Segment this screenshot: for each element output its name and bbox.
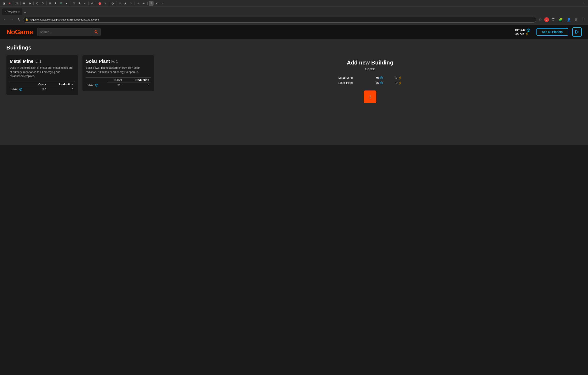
cost-solar-metal: 75: [367, 80, 385, 85]
buildings-grid: Metal Mine lv. 1 Used in the extraction …: [6, 55, 582, 107]
logout-btn[interactable]: [572, 27, 582, 37]
ext-icon-8[interactable]: ⊞: [48, 1, 52, 6]
reload-btn[interactable]: ↻: [16, 17, 22, 22]
search-input[interactable]: [37, 30, 92, 33]
ext-icon-18[interactable]: ⊛: [118, 1, 122, 6]
forward-btn[interactable]: →: [9, 17, 15, 22]
search-icon: [94, 30, 98, 33]
solar-plant-body: Solar Plant lv. 1 Solar power plants abs…: [82, 55, 154, 91]
ext-icon-overflow[interactable]: ⋮: [582, 1, 586, 6]
metal-mine-body: Metal Mine lv. 1 Used in the extraction …: [6, 55, 78, 95]
tab-title: NoGame: [8, 10, 17, 13]
ext-icon-9[interactable]: P: [53, 1, 58, 6]
ext-icon-github[interactable]: ⊙: [90, 1, 94, 6]
ext-icon-23[interactable]: ✕: [154, 1, 159, 6]
sp-col-costs: Costs: [107, 77, 124, 83]
section-title: Buildings: [6, 44, 582, 51]
search-bar: [37, 28, 101, 36]
app-logo[interactable]: NoGame: [6, 28, 33, 36]
extension-bar: ▣ ⊛ ⊡ ⊞ ⊕ ⬡ ⬡ ⊞ P G ● ⊡ A ▲ ⊙ ⬤ ✳ ◑ ⊛ ⊕ …: [0, 0, 588, 7]
ext-icon-7[interactable]: ⬡: [40, 1, 45, 6]
add-building-panel: Add new Building Costs: Metal Mine 60: [158, 55, 582, 107]
ext-icon-21[interactable]: ↯: [136, 1, 141, 6]
cost-row-mine: Metal Mine 60: [336, 75, 404, 80]
ext-icon-11[interactable]: ●: [64, 1, 69, 6]
ext-icon-14[interactable]: ▲: [83, 1, 87, 6]
logout-icon: [575, 30, 579, 34]
sp-resource-cube-icon: [95, 84, 98, 87]
ext-icon-add[interactable]: +: [160, 1, 165, 6]
ext-icon-12[interactable]: ⊡: [72, 1, 76, 6]
main-content: Buildings: [0, 39, 588, 145]
active-tab[interactable]: ↗ NoGame ×: [2, 9, 22, 15]
svg-marker-3: [527, 29, 530, 30]
svg-marker-41: [95, 84, 98, 85]
app-wrapper: NoGame 1351747 529732 ⚡: [0, 24, 588, 145]
col-resource: [10, 82, 31, 87]
svg-marker-15: [20, 88, 22, 89]
tab-close-btn[interactable]: ×: [18, 10, 20, 13]
ext-icon-2[interactable]: ⊛: [7, 1, 12, 6]
metal-mine-card: Metal Mine lv. 1 Used in the extraction …: [6, 55, 78, 95]
metal-mine-table: Costs Production Metal: [10, 82, 75, 92]
profile-btn[interactable]: 👤: [565, 17, 572, 22]
add-building-btn[interactable]: +: [364, 90, 376, 103]
app-header: NoGame 1351747 529732 ⚡: [0, 24, 588, 39]
cost-mine-metal: 60: [367, 75, 385, 80]
ext-icon-10[interactable]: G: [59, 1, 63, 6]
lock-icon: 🔒: [25, 18, 28, 21]
browser-tabs: ↗ NoGame × +: [0, 7, 588, 15]
metal-mine-desc: Used in the extraction of metal ore, met…: [10, 66, 75, 78]
ext-icon-16[interactable]: ✳: [103, 1, 107, 6]
ext-icon-22[interactable]: A: [142, 1, 146, 6]
new-tab-btn[interactable]: +: [23, 10, 28, 15]
ext-icon-3[interactable]: ⊡: [15, 1, 19, 6]
energy-stat: 529732 ⚡: [515, 32, 530, 35]
add-building-subtitle: Costs:: [365, 67, 375, 71]
svg-marker-44: [380, 77, 382, 78]
ext-icon-20[interactable]: ⊙: [129, 1, 133, 6]
metal-production: 0: [48, 87, 75, 92]
extensions-btn[interactable]: E: [544, 17, 549, 22]
ext-icon-5[interactable]: ⊕: [27, 1, 32, 6]
costs-table: Metal Mine 60: [336, 75, 404, 85]
metal-mine-row: Metal 180 0: [10, 87, 75, 92]
solar-cube-icon: [380, 81, 383, 84]
shield-btn[interactable]: 🛡: [550, 17, 556, 22]
menu-btn[interactable]: ⋮: [580, 17, 586, 22]
ext-icon-15[interactable]: ⬤: [97, 1, 102, 6]
bookmark-btn[interactable]: ☆: [537, 17, 543, 22]
energy-value: 529732: [515, 32, 524, 35]
solar-plant-row: Metal 315 0: [86, 83, 151, 88]
mine-cube-icon: [380, 76, 383, 79]
url-bar[interactable]: 🔒 nogame.adaptable.app/planets/647a3860b…: [23, 17, 536, 23]
browser-toolbar: ← → ↻ 🔒 nogame.adaptable.app/planets/647…: [0, 15, 588, 24]
ext-active-tab[interactable]: ↗: [149, 1, 154, 6]
ext-icon-1[interactable]: ▣: [2, 1, 6, 6]
puzzle-btn[interactable]: 🧩: [557, 17, 564, 22]
col-production: Production: [48, 82, 75, 87]
back-btn[interactable]: ←: [2, 17, 8, 22]
ext-icon-13[interactable]: A: [77, 1, 82, 6]
cost-mine-name: Metal Mine: [336, 75, 367, 80]
sp-col-production: Production: [124, 77, 151, 83]
tab-favicon: ↗: [5, 11, 6, 13]
add-building-title: Add new Building: [347, 59, 393, 66]
cube-icon: [527, 29, 530, 32]
ext-icon-17[interactable]: ◑: [110, 1, 115, 6]
cost-mine-energy: 11 ⚡: [385, 75, 404, 80]
resource-label: Metal: [10, 87, 31, 92]
mine-bolt-icon: ⚡: [398, 76, 402, 79]
see-all-planets-btn[interactable]: See all Planets: [536, 28, 568, 36]
ext-icon-4[interactable]: ⊞: [22, 1, 27, 6]
metal-costs: 180: [31, 87, 48, 92]
solar-plant-title: Solar Plant lv. 1: [86, 59, 151, 64]
metal-stat: 1351747: [515, 29, 530, 32]
sp-costs: 315: [107, 83, 124, 88]
search-button[interactable]: [92, 28, 100, 36]
ext-icon-19[interactable]: ⊕: [123, 1, 128, 6]
cost-solar-name: Solar Plant: [336, 80, 367, 85]
split-btn[interactable]: ⊟: [573, 17, 579, 22]
sp-production: 0: [124, 83, 151, 88]
ext-icon-6[interactable]: ⬡: [35, 1, 40, 6]
